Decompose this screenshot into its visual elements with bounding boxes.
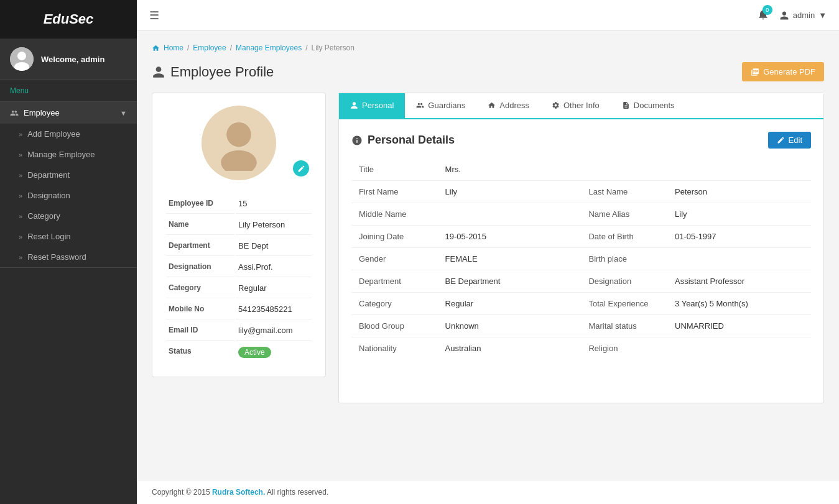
status-badge: Active xyxy=(238,347,271,358)
user-group-icon xyxy=(10,109,19,117)
hamburger-icon[interactable]: ☰ xyxy=(149,9,159,22)
topbar-left: ☰ xyxy=(149,9,159,22)
department-label: Department xyxy=(166,236,234,256)
admin-label: admin xyxy=(793,11,815,20)
field-label: Department xyxy=(351,270,438,293)
dropdown-icon: ▼ xyxy=(818,11,827,20)
tab-other-info[interactable]: Other Info xyxy=(540,93,611,119)
home-icon xyxy=(152,44,160,52)
avatar xyxy=(10,47,34,71)
tab-guardians[interactable]: Guardians xyxy=(405,93,476,119)
table-row: Department BE Department Designation Ass… xyxy=(351,270,811,293)
sidebar-item-label: Manage Employee xyxy=(27,150,95,159)
table-row: Category Regular Total Experience 3 Year… xyxy=(351,293,811,315)
employee-id-value: 15 xyxy=(236,194,312,214)
footer: Copyright © 2015 Rudra Softech. All righ… xyxy=(137,480,839,504)
field-label2: Birth place xyxy=(581,248,667,270)
sidebar-item-label: Add Employee xyxy=(27,129,80,139)
tab-content-personal: Personal Details Edit Title Mrs. First N… xyxy=(339,119,823,372)
breadcrumb-manage-employees[interactable]: Manage Employees xyxy=(236,44,302,52)
guardians-tab-icon xyxy=(416,101,424,109)
field-value2: Lily xyxy=(667,203,811,226)
field-value2 xyxy=(667,158,811,181)
field-label2 xyxy=(581,158,667,181)
sidebar-item-reset-password[interactable]: » Reset Password xyxy=(0,247,137,267)
edit-icon xyxy=(297,165,305,173)
sidebar-section-employee-title[interactable]: Employee ▼ xyxy=(0,102,137,124)
tab-personal[interactable]: Personal xyxy=(339,93,405,119)
avatar-photo xyxy=(211,115,267,171)
employee-id-label: Employee ID xyxy=(166,194,234,214)
field-label: Nationality xyxy=(351,337,438,360)
field-label: Blood Group xyxy=(351,315,438,337)
employee-profile-icon xyxy=(152,65,165,79)
bell-badge: 0 xyxy=(763,5,772,15)
breadcrumb-sep3: / xyxy=(305,44,307,52)
field-label: First Name xyxy=(351,181,438,203)
field-value2 xyxy=(667,248,811,270)
profile-tabs-container: Personal Guardians Address Other Info xyxy=(338,93,824,403)
field-value: Unknown xyxy=(438,315,582,337)
arrow-icon: » xyxy=(19,172,22,179)
app-logo: EduSec xyxy=(0,0,137,39)
page-header: Employee Profile Generate PDF xyxy=(152,62,824,81)
sidebar-item-department[interactable]: » Department xyxy=(0,165,137,185)
field-label2: Date of Birth xyxy=(581,226,667,248)
admin-menu[interactable]: admin ▼ xyxy=(779,11,827,21)
field-value2: Assistant Professor xyxy=(667,270,811,293)
footer-copyright: Copyright © 2015 xyxy=(152,488,210,497)
generate-pdf-button[interactable]: Generate PDF xyxy=(742,62,824,81)
documents-tab-icon xyxy=(622,101,630,109)
profile-container: Employee ID 15 Name Lily Peterson Depart… xyxy=(152,93,824,403)
profile-card: Employee ID 15 Name Lily Peterson Depart… xyxy=(152,93,326,377)
tabs-header: Personal Guardians Address Other Info xyxy=(339,93,823,119)
arrow-icon: » xyxy=(19,192,22,199)
field-label: Title xyxy=(351,158,438,181)
edit-button[interactable]: Edit xyxy=(768,132,811,149)
name-label: Name xyxy=(166,215,234,235)
footer-company[interactable]: Rudra Softech. xyxy=(212,488,265,497)
table-row: Title Mrs. xyxy=(351,158,811,181)
field-label2: Designation xyxy=(581,270,667,293)
notification-bell[interactable]: 0 xyxy=(757,8,769,22)
department-value: BE Dept xyxy=(236,236,312,256)
arrow-icon: » xyxy=(19,151,22,158)
topbar: ☰ 0 admin ▼ xyxy=(137,0,839,31)
sidebar-item-label: Reset Password xyxy=(27,252,86,262)
field-value xyxy=(438,203,582,226)
personal-tab-icon xyxy=(350,101,358,109)
sidebar-item-designation[interactable]: » Designation xyxy=(0,185,137,206)
field-label2: Last Name xyxy=(581,181,667,203)
sidebar-item-label: Designation xyxy=(27,191,70,200)
tab-address[interactable]: Address xyxy=(476,93,540,119)
menu-label: Menu xyxy=(10,86,29,95)
other-info-tab-icon xyxy=(552,101,560,109)
svg-point-4 xyxy=(221,150,257,171)
sidebar-user: Welcome, admin xyxy=(0,39,137,80)
field-value2: 01-05-1997 xyxy=(667,226,811,248)
breadcrumb-current: Lily Peterson xyxy=(311,44,354,52)
breadcrumb-home[interactable]: Home xyxy=(164,44,183,52)
status-value: Active xyxy=(236,342,312,363)
field-value: Regular xyxy=(438,293,582,315)
field-value: FEMALE xyxy=(438,248,582,270)
sidebar-item-category[interactable]: » Category xyxy=(0,206,137,226)
sidebar-item-reset-login[interactable]: » Reset Login xyxy=(0,226,137,247)
name-value: Lily Peterson xyxy=(236,215,312,235)
breadcrumb-employee[interactable]: Employee xyxy=(193,44,226,52)
photo-edit-button[interactable] xyxy=(293,160,309,176)
sidebar-item-label: Reset Login xyxy=(27,232,70,241)
topbar-right: 0 admin ▼ xyxy=(757,8,827,22)
sidebar-item-manage-employee[interactable]: » Manage Employee xyxy=(0,144,137,165)
sidebar-username: Welcome, admin xyxy=(41,55,104,64)
pdf-icon xyxy=(751,68,759,76)
field-label: Gender xyxy=(351,248,438,270)
profile-photo xyxy=(202,106,276,180)
field-value: Mrs. xyxy=(438,158,582,181)
info-icon xyxy=(351,135,363,146)
tab-documents[interactable]: Documents xyxy=(611,93,686,119)
sidebar: EduSec Welcome, admin Menu Employee ▼ » … xyxy=(0,0,137,504)
field-value: Australian xyxy=(438,337,582,360)
sidebar-item-add-employee[interactable]: » Add Employee xyxy=(0,124,137,144)
mobile-label: Mobile No xyxy=(166,300,234,319)
